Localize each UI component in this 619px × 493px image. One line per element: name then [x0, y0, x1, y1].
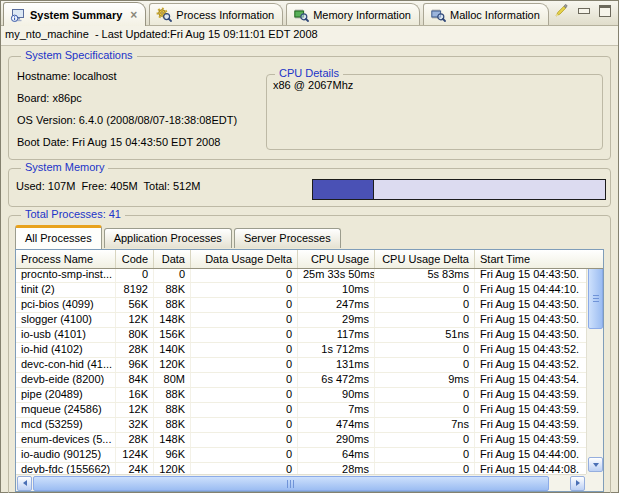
close-icon[interactable]: ×: [130, 10, 137, 20]
column-header-code[interactable]: Code: [116, 250, 154, 268]
malloc-information-icon: [430, 7, 446, 23]
boot-date-value: Boot Date: Fri Aug 15 04:43:50 EDT 2008: [17, 136, 220, 148]
table-cell: 88K: [154, 388, 191, 402]
table-cell: 12K: [116, 403, 154, 417]
tab-memory-information[interactable]: Memory Information: [286, 3, 420, 25]
system-specifications-group: System Specifications Hostname: localhos…: [8, 56, 611, 160]
tab-malloc-information[interactable]: Malloc Information: [423, 3, 549, 25]
table-row[interactable]: io-usb (4101)80K156K0117ms51nsFri Aug 15…: [16, 328, 586, 343]
table-row[interactable]: slogger (4100)12K148K029ms0Fri Aug 15 04…: [16, 313, 586, 328]
table-row[interactable]: procnto-smp-inst...00025m 33s 50ms5s 83m…: [16, 268, 586, 283]
scroll-left-button[interactable]: [17, 476, 32, 491]
horizontal-scrollbar[interactable]: [16, 474, 586, 491]
process-table-body: procnto-smp-inst...00025m 33s 50ms5s 83m…: [16, 268, 586, 474]
table-cell: 0: [375, 448, 475, 462]
table-cell: 16K: [116, 388, 154, 402]
column-header-data-usage-delta[interactable]: Data Usage Delta: [191, 250, 298, 268]
table-cell: 131ms: [298, 358, 375, 372]
table-cell: io-audio (90125): [16, 448, 116, 462]
highlighter-icon[interactable]: [553, 3, 569, 19]
table-cell: Fri Aug 15 04:44:08.: [475, 463, 586, 474]
scrollbar-corner: [586, 474, 603, 491]
maximize-icon[interactable]: [599, 5, 611, 17]
table-row[interactable]: pci-bios (4099)56K88K0247ms0Fri Aug 15 0…: [16, 298, 586, 313]
memory-usage-bar: [312, 179, 606, 200]
tab-label: Memory Information: [313, 9, 411, 21]
table-cell: 0: [154, 268, 191, 282]
cpu-details-group: CPU Details x86 @ 2067Mhz: [266, 74, 603, 150]
tab-process-information[interactable]: Process Information: [149, 3, 283, 25]
table-cell: 0: [191, 448, 298, 462]
summary-content: System Specifications Hostname: localhos…: [1, 46, 618, 493]
table-cell: Fri Aug 15 04:43:50.: [475, 268, 586, 282]
cpu-value: x86 @ 2067Mhz: [273, 79, 353, 91]
group-title: CPU Details: [275, 67, 343, 79]
table-cell: 0: [191, 343, 298, 357]
table-cell: 25m 33s 50ms: [298, 268, 375, 282]
table-cell: 0: [191, 283, 298, 297]
table-cell: procnto-smp-inst...: [16, 268, 116, 282]
table-cell: 80M: [154, 373, 191, 387]
table-cell: 117ms: [298, 328, 375, 342]
table-cell: pci-bios (4099): [16, 298, 116, 312]
table-cell: 0: [191, 418, 298, 432]
table-cell: 28K: [116, 433, 154, 447]
total-processes-group: Total Processes: 41 All Processes Applic…: [8, 215, 611, 493]
column-header-cpu-usage[interactable]: CPU Usage: [298, 250, 375, 268]
table-row[interactable]: devb-fdc (155662)24K120K028ms0Fri Aug 15…: [16, 463, 586, 474]
table-cell: Fri Aug 15 04:43:52.: [475, 343, 586, 357]
table-cell: 247ms: [298, 298, 375, 312]
table-cell: 7ms: [298, 403, 375, 417]
table-cell: 0: [375, 463, 475, 474]
vertical-scrollbar-thumb[interactable]: [588, 267, 603, 329]
tab-application-processes[interactable]: Application Processes: [104, 228, 232, 248]
table-cell: 120K: [154, 358, 191, 372]
column-header-start-time[interactable]: Start Time: [475, 250, 603, 268]
table-cell: Fri Aug 15 04:43:50.: [475, 313, 586, 327]
table-row[interactable]: enum-devices (5...28K148K0290ms0Fri Aug …: [16, 433, 586, 448]
table-cell: 0: [191, 328, 298, 342]
table-cell: Fri Aug 15 04:43:50.: [475, 328, 586, 342]
target-status-bar: my_nto_machine - Last Updated:Fri Aug 15…: [1, 26, 618, 46]
system-memory-group: System Memory Used: 107M Free: 405M Tota…: [8, 168, 611, 207]
vertical-scrollbar[interactable]: [586, 250, 603, 474]
table-cell: Fri Aug 15 04:43:52.: [475, 358, 586, 372]
os-version-value: OS Version: 6.4.0 (2008/08/07-18:38:08ED…: [17, 114, 237, 126]
table-cell: tinit (2): [16, 283, 116, 297]
tab-server-processes[interactable]: Server Processes: [234, 228, 341, 248]
scroll-right-button[interactable]: [570, 476, 585, 491]
table-row[interactable]: tinit (2)819288K010ms0Fri Aug 15 04:44:1…: [16, 283, 586, 298]
table-cell: 0: [191, 403, 298, 417]
column-header-process-name[interactable]: Process Name: [16, 250, 116, 268]
column-header-data[interactable]: Data: [154, 250, 191, 268]
table-cell: 148K: [154, 433, 191, 447]
table-row[interactable]: io-audio (90125)124K96K064ms0Fri Aug 15 …: [16, 448, 586, 463]
board-value: Board: x86pc: [17, 92, 82, 104]
table-cell: 80K: [116, 328, 154, 342]
table-row[interactable]: io-hid (4102)28K140K01s 712ms0Fri Aug 15…: [16, 343, 586, 358]
horizontal-scrollbar-thumb[interactable]: [33, 476, 549, 491]
right-arrow-icon: [576, 480, 580, 486]
table-cell: 0: [375, 358, 475, 372]
table-cell: Fri Aug 15 04:43:59.: [475, 433, 586, 447]
tab-all-processes[interactable]: All Processes: [15, 225, 102, 249]
table-cell: io-usb (4101): [16, 328, 116, 342]
table-row[interactable]: devb-eide (8200)84K80M06s 472ms9msFri Au…: [16, 373, 586, 388]
scroll-down-button[interactable]: [588, 457, 603, 472]
table-cell: 88K: [154, 403, 191, 417]
table-cell: 140K: [154, 343, 191, 357]
table-cell: 0: [375, 343, 475, 357]
memory-usage-bar-fill: [313, 180, 374, 199]
minimize-icon[interactable]: [578, 8, 590, 14]
table-cell: slogger (4100): [16, 313, 116, 327]
tab-system-summary[interactable]: System Summary ×: [3, 2, 146, 26]
table-cell: 124K: [116, 448, 154, 462]
table-row[interactable]: pipe (20489)16K88K090ms0Fri Aug 15 04:43…: [16, 388, 586, 403]
process-table: Process Name Code Data Data Usage Delta …: [15, 249, 604, 492]
column-header-cpu-usage-delta[interactable]: CPU Usage Delta: [375, 250, 475, 268]
table-row[interactable]: mqueue (24586)12K88K07ms0Fri Aug 15 04:4…: [16, 403, 586, 418]
table-row[interactable]: mcd (53259)32K88K0474ms7nsFri Aug 15 04:…: [16, 418, 586, 433]
table-cell: 290ms: [298, 433, 375, 447]
table-cell: devb-eide (8200): [16, 373, 116, 387]
table-row[interactable]: devc-con-hid (41...96K120K0131ms0Fri Aug…: [16, 358, 586, 373]
